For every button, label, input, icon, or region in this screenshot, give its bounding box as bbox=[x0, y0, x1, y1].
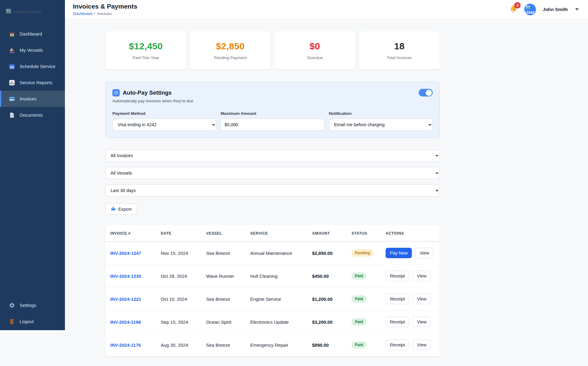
sidebar-item-label: My Vessels bbox=[20, 47, 43, 53]
bar-chart-icon bbox=[9, 79, 15, 86]
stat-label: Paid This Year bbox=[133, 55, 159, 60]
stat-value: $12,450 bbox=[129, 41, 163, 51]
stat-card-overdue: $0 Overdue bbox=[274, 31, 355, 70]
view-button[interactable]: View bbox=[415, 248, 433, 258]
receipt-button[interactable]: Receipt bbox=[386, 317, 409, 327]
sidebar-item-my-vessels[interactable]: My Vessels bbox=[0, 42, 65, 58]
header-titles: Invoices & Payments Dashboard/Invoices bbox=[73, 3, 137, 16]
invoice-amount: $450.00 bbox=[308, 265, 347, 288]
service-name: Electronics Update bbox=[246, 311, 308, 334]
vessel-name: Wave Runner bbox=[202, 265, 246, 288]
service-name: Emergency Repair bbox=[246, 334, 308, 357]
sidebar-item-label: Service Reports bbox=[20, 80, 52, 85]
sidebar-item-label: Documents bbox=[20, 112, 43, 118]
receipt-button[interactable]: Receipt bbox=[386, 340, 409, 350]
status-badge: Paid bbox=[352, 341, 366, 349]
header: Invoices & Payments Dashboard/Invoices 3 bbox=[65, 0, 588, 19]
stat-card-total-invoices: 18 Total Invoices bbox=[359, 31, 440, 70]
chevron-down-icon[interactable] bbox=[575, 8, 579, 10]
column-status: Status bbox=[347, 225, 381, 241]
page-title: Invoices & Payments bbox=[73, 3, 137, 10]
column-actions: Actions bbox=[381, 225, 440, 241]
calendar-icon bbox=[9, 63, 15, 70]
view-button[interactable]: View bbox=[413, 317, 431, 327]
sidebar-footer: Settings Logout bbox=[0, 297, 65, 330]
avatar-alt-text: User bbox=[525, 10, 534, 15]
invoice-link[interactable]: INV-2024-1235 bbox=[110, 274, 141, 279]
invoice-status-filter[interactable]: All Invoices bbox=[105, 149, 440, 162]
invoice-amount: $3,200.00 bbox=[308, 311, 347, 334]
bell-icon bbox=[509, 9, 518, 14]
sidebar-item-logout[interactable]: Logout bbox=[0, 313, 65, 330]
credit-card-icon bbox=[9, 96, 15, 102]
document-icon bbox=[9, 112, 15, 119]
status-badge: Pending bbox=[352, 249, 373, 257]
service-name: Annual Maintenance bbox=[246, 241, 308, 265]
column-date: Date bbox=[156, 225, 202, 241]
auto-pay-panel: Auto-Pay Settings Automatically pay invo… bbox=[105, 82, 440, 138]
main-content: $12,450 Paid This Year $2,850 Pending Pa… bbox=[65, 0, 588, 366]
column-service: Service bbox=[246, 225, 308, 241]
status-badge: Paid bbox=[352, 295, 366, 303]
table-row: INV-2024-1235 Oct 28, 2024 Wave Runner H… bbox=[105, 265, 440, 288]
invoice-link[interactable]: INV-2024-1221 bbox=[110, 296, 141, 302]
receipt-button[interactable]: Receipt bbox=[386, 271, 409, 281]
table-row: INV-2024-1247 Nov 15, 2024 Sea Breeze An… bbox=[105, 241, 440, 265]
status-badge: Paid bbox=[352, 272, 366, 280]
invoice-date: Oct 10, 2024 bbox=[156, 288, 202, 311]
column-amount: Amount bbox=[308, 225, 347, 241]
view-button[interactable]: View bbox=[413, 271, 431, 281]
sidebar-item-invoices[interactable]: Invoices bbox=[0, 91, 65, 107]
status-badge: Paid bbox=[352, 318, 366, 326]
notification-select[interactable]: Email me before charging bbox=[329, 119, 433, 131]
view-button[interactable]: View bbox=[413, 294, 431, 304]
invoice-date: Nov 15, 2024 bbox=[156, 241, 202, 265]
sidebar-item-schedule-service[interactable]: Schedule Service bbox=[0, 58, 65, 74]
maximum-amount-label: Maximum Amount bbox=[221, 111, 324, 116]
invoice-link[interactable]: INV-2024-1247 bbox=[110, 251, 141, 256]
date-range-filter[interactable]: Last 30 days bbox=[105, 184, 440, 197]
vessel-filter[interactable]: All Vessels bbox=[105, 167, 440, 179]
payment-method-label: Payment Method bbox=[112, 111, 216, 116]
filters: All Invoices All Vessels Last 30 days Ex… bbox=[105, 149, 440, 215]
breadcrumb-dashboard-link[interactable]: Dashboard bbox=[73, 11, 92, 16]
sidebar-item-service-reports[interactable]: Service Reports bbox=[0, 74, 65, 91]
notifications-button[interactable]: 3 bbox=[509, 5, 518, 14]
user-name[interactable]: John Smith bbox=[543, 7, 568, 12]
view-button[interactable]: View bbox=[413, 340, 431, 350]
auto-pay-toggle[interactable] bbox=[419, 89, 433, 96]
sidebar-item-documents[interactable]: Documents bbox=[0, 107, 65, 123]
invoice-amount: $890.00 bbox=[308, 334, 347, 357]
payment-method-select[interactable]: Visa ending in 4242 bbox=[112, 119, 216, 131]
stat-cards: $12,450 Paid This Year $2,850 Pending Pa… bbox=[105, 31, 440, 70]
gear-icon bbox=[9, 302, 15, 309]
vessel-name: Sea Breeze bbox=[202, 241, 246, 265]
invoice-link[interactable]: INV-2024-1198 bbox=[110, 319, 141, 325]
stat-value: 18 bbox=[394, 41, 405, 51]
sidebar-item-dashboard[interactable]: Dashboard bbox=[0, 26, 65, 42]
door-icon bbox=[9, 318, 15, 325]
auto-pay-subtitle: Automatically pay invoices when they're … bbox=[112, 99, 433, 103]
pay-now-button[interactable]: Pay Now bbox=[386, 248, 412, 258]
house-icon bbox=[9, 31, 15, 37]
export-label: Export bbox=[118, 206, 131, 212]
stat-label: Overdue bbox=[307, 55, 323, 60]
notification-count-badge: 3 bbox=[514, 2, 521, 9]
avatar[interactable]: User bbox=[524, 4, 536, 15]
sidebar-item-settings[interactable]: Settings bbox=[0, 297, 65, 313]
service-name: Hull Cleaning bbox=[246, 265, 308, 288]
vessel-name: Sea Breeze bbox=[202, 288, 246, 311]
invoice-amount: $1,200.00 bbox=[308, 288, 347, 311]
invoice-date: Sep 15, 2024 bbox=[156, 311, 202, 334]
receipt-button[interactable]: Receipt bbox=[386, 294, 409, 304]
logo-text: HarborSmith bbox=[13, 9, 41, 14]
table-row: INV-2024-1176 Aug 30, 2024 Sea Breeze Em… bbox=[105, 334, 440, 357]
stat-value: $0 bbox=[310, 41, 320, 51]
auto-pay-title: Auto-Pay Settings bbox=[123, 89, 172, 96]
breadcrumb: Dashboard/Invoices bbox=[73, 11, 137, 16]
sidebar-item-label: Schedule Service bbox=[20, 64, 55, 69]
maximum-amount-input[interactable] bbox=[221, 119, 324, 131]
notification-label: Notification bbox=[329, 111, 433, 116]
invoice-link[interactable]: INV-2024-1176 bbox=[110, 342, 141, 348]
export-button[interactable]: Export bbox=[105, 203, 137, 215]
